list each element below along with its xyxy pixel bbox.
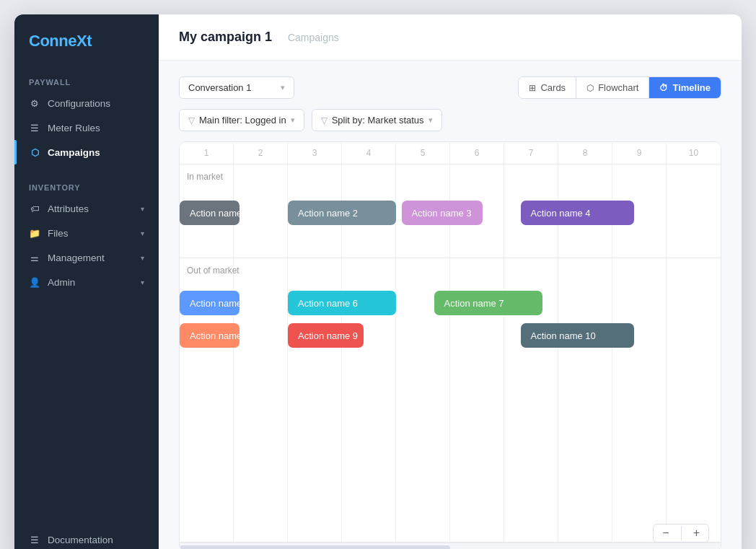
flowchart-icon: ⬡ <box>586 83 594 93</box>
view-flowchart-button[interactable]: ⬡ Flowchart <box>576 77 649 98</box>
action-3-label: Action name 3 <box>412 208 472 219</box>
chevron-down-icon: ▾ <box>428 115 433 125</box>
view-cards-button[interactable]: ⊞ Cards <box>519 77 576 98</box>
action-card-2[interactable]: Action name 2 <box>288 201 396 225</box>
logo-text: ConneXt <box>29 32 92 50</box>
app-window: ConneXt Paywall ⚙ Configurations ☰ Meter… <box>14 14 742 549</box>
timeline-header: 1 2 3 4 5 6 7 8 9 10 <box>180 142 721 164</box>
zoom-in-button[interactable]: + <box>685 524 708 542</box>
timeline-container: 1 2 3 4 5 6 7 8 9 10 <box>179 141 721 549</box>
conversation-label: Conversation 1 <box>188 82 251 93</box>
view-timeline-button[interactable]: ⏱ Timeline <box>649 77 721 98</box>
chevron-down-icon: ▾ <box>281 83 285 92</box>
sidebar-item-documentation[interactable]: ☰ Documentation <box>14 527 159 549</box>
sidebar-item-management[interactable]: ⚌ Management ▾ <box>14 245 159 270</box>
main-filter[interactable]: ▽ Main filter: Logged in ▾ <box>179 109 304 131</box>
in-market-label: In market <box>187 172 223 182</box>
sidebar-item-campaigns[interactable]: ⬡ Campaigns <box>14 140 159 164</box>
main-filter-label: Main filter: Logged in <box>199 115 286 126</box>
col-7: 7 <box>504 142 558 164</box>
action-2-label: Action name 2 <box>298 208 358 219</box>
lane-in-market: In market Action name 1 Action name 2 Ac… <box>180 164 721 258</box>
gear-icon: ⚙ <box>29 97 40 109</box>
sidebar: ConneXt Paywall ⚙ Configurations ☰ Meter… <box>14 14 159 549</box>
action-card-7[interactable]: Action name 7 <box>434 291 542 315</box>
action-7-label: Action name 7 <box>444 298 504 309</box>
action-card-9[interactable]: Action name 9 <box>288 323 364 348</box>
paywall-section-label: Paywall <box>14 65 159 91</box>
breadcrumb-sep <box>279 32 282 43</box>
page-title: My campaign 1 <box>179 30 272 45</box>
breadcrumb: Campaigns <box>288 32 339 43</box>
timeline-icon: ⏱ <box>659 83 668 93</box>
main-content: My campaign 1 Campaigns Conversation 1 ▾… <box>159 14 742 549</box>
action-card-4[interactable]: Action name 4 <box>521 201 635 225</box>
zoom-divider <box>681 526 682 540</box>
sidebar-item-admin[interactable]: 👤 Admin ▾ <box>14 270 159 294</box>
action-card-10[interactable]: Action name 10 <box>521 323 635 348</box>
action-card-3[interactable]: Action name 3 <box>402 201 483 225</box>
action-card-5[interactable]: Action name 5 <box>180 291 239 315</box>
col-4: 4 <box>342 142 396 164</box>
folder-icon: 📁 <box>29 227 40 239</box>
sidebar-item-label: Files <box>48 228 69 239</box>
sidebar-item-configurations[interactable]: ⚙ Configurations <box>14 91 159 115</box>
sidebar-item-label: Management <box>48 252 105 263</box>
out-of-market-label: Out of market <box>187 265 239 276</box>
action-4-label: Action name 4 <box>531 208 591 219</box>
sidebar-item-label: Campaigns <box>48 147 100 158</box>
topbar: My campaign 1 Campaigns <box>159 14 742 61</box>
timeline-scrollbar[interactable] <box>180 543 721 549</box>
campaign-icon: ⬡ <box>29 146 40 158</box>
col-2: 2 <box>234 142 288 164</box>
management-icon: ⚌ <box>29 252 40 263</box>
chevron-down-icon: ▾ <box>141 254 144 262</box>
sidebar-item-attributes[interactable]: 🏷 Attributes ▾ <box>14 196 159 221</box>
split-by-filter[interactable]: ▽ Split by: Market status ▾ <box>312 109 442 131</box>
filter-row: ▽ Main filter: Logged in ▾ ▽ Split by: M… <box>179 109 721 131</box>
chevron-down-icon: ▾ <box>141 205 144 213</box>
doc-icon: ☰ <box>29 534 40 545</box>
lane-out-of-market: Out of market Action name 5 Action name … <box>180 258 721 543</box>
flowchart-label: Flowchart <box>598 82 638 93</box>
col-9: 9 <box>612 142 667 164</box>
action-10-label: Action name 10 <box>531 330 596 341</box>
sidebar-item-label: Documentation <box>48 535 113 545</box>
action-9-label: Action name 9 <box>298 330 358 341</box>
split-by-label: Split by: Market status <box>332 115 424 126</box>
sidebar-item-label: Meter Rules <box>48 123 100 133</box>
timeline-label: Timeline <box>672 82 711 93</box>
action-8-label: Action name 8 <box>190 330 250 341</box>
sidebar-item-label: Admin <box>48 277 75 288</box>
logo: ConneXt <box>14 14 159 65</box>
sidebar-item-label: Attributes <box>48 203 89 214</box>
col-8: 8 <box>558 142 612 164</box>
action-card-6[interactable]: Action name 6 <box>288 291 396 315</box>
col-6: 6 <box>450 142 504 164</box>
chevron-down-icon: ▾ <box>141 229 144 237</box>
action-card-8[interactable]: Action name 8 <box>180 323 239 348</box>
user-icon: 👤 <box>29 276 40 288</box>
action-6-label: Action name 6 <box>298 298 358 309</box>
sidebar-item-label: Configurations <box>48 98 110 109</box>
split-icon: ▽ <box>321 115 328 126</box>
sidebar-item-meter-rules[interactable]: ☰ Meter Rules <box>14 115 159 140</box>
zoom-controls: − + <box>653 524 709 543</box>
toolbar: Conversation 1 ▾ ⊞ Cards ⬡ Flowchart ⏱ <box>179 76 721 99</box>
sidebar-item-files[interactable]: 📁 Files ▾ <box>14 221 159 245</box>
action-card-1[interactable]: Action name 1 <box>180 201 239 225</box>
cards-icon: ⊞ <box>529 83 536 93</box>
content-area: Conversation 1 ▾ ⊞ Cards ⬡ Flowchart ⏱ <box>159 61 742 549</box>
chevron-down-icon: ▾ <box>291 115 295 125</box>
list-icon: ☰ <box>29 122 40 133</box>
action-1-label: Action name 1 <box>190 208 250 219</box>
col-3: 3 <box>288 142 342 164</box>
conversation-select[interactable]: Conversation 1 ▾ <box>179 76 294 99</box>
zoom-out-button[interactable]: − <box>654 524 677 542</box>
chevron-down-icon: ▾ <box>141 278 144 286</box>
cards-label: Cards <box>540 82 566 93</box>
col-10: 10 <box>667 142 721 164</box>
col-5: 5 <box>396 142 450 164</box>
action-5-label: Action name 5 <box>190 298 250 309</box>
col-1: 1 <box>180 142 234 164</box>
